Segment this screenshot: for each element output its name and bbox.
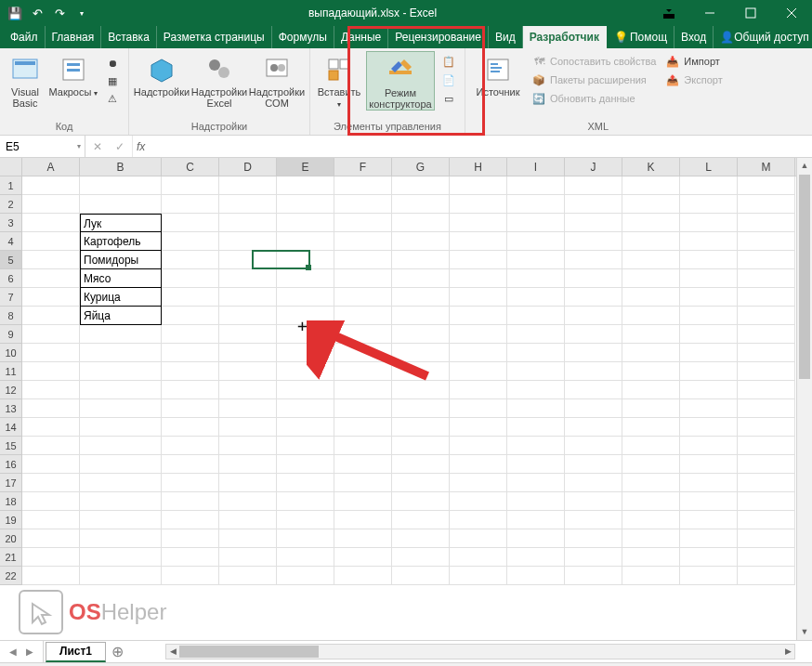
cell[interactable] (334, 176, 392, 195)
cell[interactable] (22, 176, 80, 195)
column-header[interactable]: D (219, 158, 277, 176)
cell[interactable] (622, 362, 680, 381)
cell[interactable] (622, 307, 680, 325)
cell[interactable] (565, 492, 622, 511)
cell[interactable] (738, 548, 795, 567)
cell[interactable] (738, 455, 795, 474)
cell[interactable] (622, 548, 680, 567)
cell[interactable] (738, 362, 795, 381)
row-header[interactable]: 8 (0, 307, 22, 325)
row-header[interactable]: 12 (0, 381, 22, 399)
cell[interactable] (162, 288, 219, 307)
cell[interactable] (738, 344, 795, 362)
cell[interactable] (80, 474, 162, 492)
cell[interactable] (22, 214, 80, 232)
cell[interactable] (507, 362, 565, 381)
cell[interactable] (80, 511, 162, 529)
cell[interactable] (219, 232, 277, 251)
cell[interactable] (565, 325, 622, 344)
cell[interactable] (334, 269, 392, 288)
cell[interactable] (80, 418, 162, 437)
cell[interactable] (738, 381, 795, 399)
cell[interactable] (450, 251, 507, 269)
cell[interactable] (334, 288, 392, 307)
cell[interactable] (622, 511, 680, 529)
cell[interactable] (680, 269, 738, 288)
cell[interactable] (622, 251, 680, 269)
cell[interactable] (219, 214, 277, 232)
refresh-data-button[interactable]: 🔄Обновить данные (529, 90, 659, 107)
cell[interactable] (80, 381, 162, 399)
cell[interactable] (334, 214, 392, 232)
cell[interactable]: Помидоры (80, 251, 162, 269)
cell[interactable] (738, 325, 795, 344)
tab-review[interactable]: Рецензирование (388, 26, 489, 48)
cell[interactable] (162, 232, 219, 251)
cell[interactable] (22, 288, 80, 307)
column-header[interactable]: G (392, 158, 450, 176)
column-header[interactable]: E (277, 158, 334, 176)
cell[interactable]: Картофель (80, 232, 162, 251)
cell[interactable] (450, 176, 507, 195)
cell[interactable] (334, 362, 392, 381)
scrollbar-thumb[interactable] (799, 175, 810, 379)
column-header[interactable]: J (565, 158, 622, 176)
cell[interactable] (22, 511, 80, 529)
tab-help[interactable]: 💡Помощ (607, 26, 674, 48)
row-header[interactable]: 9 (0, 325, 22, 344)
column-header[interactable]: L (680, 158, 738, 176)
cell[interactable] (22, 251, 80, 269)
cell[interactable] (334, 437, 392, 455)
cell[interactable] (162, 269, 219, 288)
cell[interactable] (622, 399, 680, 418)
cell[interactable] (450, 437, 507, 455)
cell[interactable] (392, 176, 450, 195)
cell[interactable] (80, 548, 162, 567)
cell[interactable] (565, 474, 622, 492)
properties-button[interactable]: 📋 (439, 53, 459, 70)
cell[interactable] (80, 325, 162, 344)
cell[interactable] (277, 437, 334, 455)
cell[interactable] (80, 399, 162, 418)
cell[interactable] (565, 437, 622, 455)
cell[interactable] (738, 307, 795, 325)
cell[interactable] (392, 381, 450, 399)
cell[interactable] (450, 567, 507, 585)
cell[interactable] (80, 529, 162, 548)
cell[interactable] (680, 437, 738, 455)
cell[interactable] (565, 195, 622, 214)
cell[interactable] (507, 176, 565, 195)
cell[interactable] (334, 455, 392, 474)
cell[interactable] (22, 381, 80, 399)
cell[interactable] (450, 474, 507, 492)
cell[interactable] (162, 362, 219, 381)
cell[interactable] (680, 474, 738, 492)
row-header[interactable]: 3 (0, 214, 22, 232)
cell[interactable] (162, 529, 219, 548)
cell[interactable] (680, 195, 738, 214)
cell[interactable] (334, 232, 392, 251)
cell[interactable] (450, 269, 507, 288)
cell[interactable] (392, 288, 450, 307)
cell[interactable] (162, 437, 219, 455)
sheet-nav-prev[interactable]: ◀ (6, 646, 20, 657)
cell[interactable] (277, 381, 334, 399)
cell[interactable] (22, 474, 80, 492)
cell[interactable] (622, 176, 680, 195)
cell[interactable] (22, 195, 80, 214)
cell[interactable] (680, 362, 738, 381)
cell[interactable] (162, 325, 219, 344)
cell[interactable] (277, 232, 334, 251)
cell[interactable] (738, 567, 795, 585)
cell[interactable] (392, 529, 450, 548)
cell[interactable] (565, 214, 622, 232)
cell[interactable] (277, 567, 334, 585)
com-addins-button[interactable]: Надстройки COM (250, 51, 304, 109)
cell[interactable] (450, 344, 507, 362)
cell[interactable] (680, 455, 738, 474)
cell[interactable] (277, 176, 334, 195)
cell[interactable] (738, 529, 795, 548)
cell[interactable] (450, 214, 507, 232)
cell[interactable] (622, 269, 680, 288)
cell[interactable] (680, 251, 738, 269)
